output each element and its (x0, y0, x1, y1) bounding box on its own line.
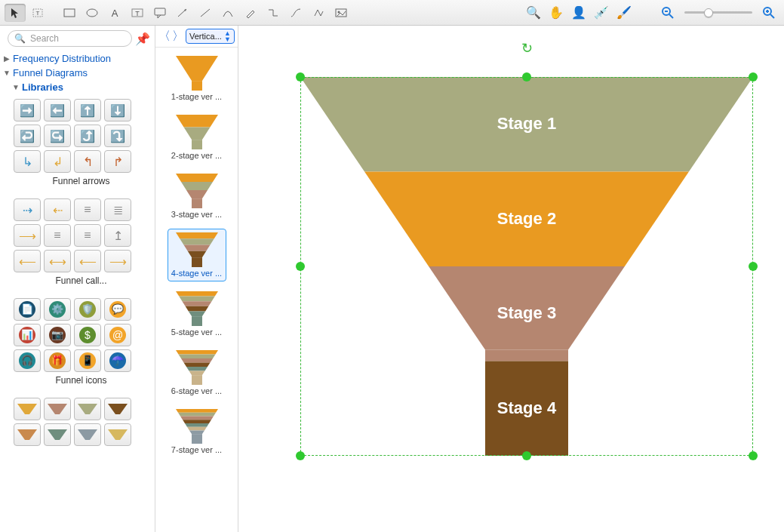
drawing-canvas[interactable]: Stage 1Stage 2Stage 3Stage 4 ↻ (238, 26, 784, 532)
rotate-handle[interactable]: ↻ (521, 40, 533, 57)
lib-tile[interactable]: ⤵️ (104, 125, 131, 147)
tree-item-libraries[interactable]: ▼ Libraries (3, 80, 155, 94)
lib-tile[interactable]: 🎧 (14, 349, 41, 372)
lib-tile[interactable]: 💬 (104, 298, 131, 321)
rect-shape-tool[interactable] (59, 4, 80, 22)
nav-back-button[interactable]: 〈 (158, 29, 171, 44)
smart-connector-tool[interactable] (308, 4, 329, 22)
lib-tile[interactable] (74, 423, 101, 446)
lib-tile[interactable]: ⟶ (14, 224, 41, 247)
curve-tool[interactable] (217, 4, 238, 22)
tree-item-frequency-distribution[interactable]: ▶ Frequency Distribution (3, 51, 155, 66)
spline-connector-tool[interactable] (285, 4, 306, 22)
lib-tile[interactable]: ≣ (104, 198, 131, 221)
lib-tile[interactable]: ☂️ (104, 349, 131, 372)
selection-handle[interactable] (749, 451, 758, 460)
orth-connector-tool[interactable] (263, 4, 284, 22)
lib-tile[interactable]: ⬇️ (104, 99, 131, 121)
shape-category-select[interactable]: Vertica... ▲▼ (186, 29, 235, 44)
lib-tile[interactable]: ⟷ (44, 250, 71, 272)
library-search-input[interactable]: 🔍 Search (8, 30, 132, 47)
lib-tile[interactable]: 📄 (14, 298, 41, 321)
selection-handle[interactable] (522, 72, 531, 81)
selection-handle[interactable] (296, 262, 305, 271)
nav-forward-button[interactable]: 〉 (172, 29, 184, 44)
shape-palette-sidebar: 〈 〉 Vertica... ▲▼ 1-stage ver ... 2-stag… (155, 26, 238, 532)
shape-card[interactable]: 6-stage ver ... (168, 346, 226, 399)
lib-tile[interactable]: ⬆️ (74, 99, 101, 121)
lib-tile[interactable]: ↳ (14, 150, 41, 173)
lib-tile[interactable]: ↱ (104, 150, 131, 173)
shape-card[interactable]: 2-stage ver ... (168, 111, 226, 164)
lib-tile[interactable]: ≡ (44, 224, 71, 247)
lib-tile[interactable] (44, 423, 71, 446)
svg-line-14 (669, 14, 673, 18)
selection-handle[interactable] (296, 72, 305, 81)
textbox-tool[interactable]: T (127, 4, 148, 22)
stamp-tool[interactable]: 👤 (568, 4, 589, 22)
lib-tile[interactable]: @ (104, 324, 131, 346)
lib-tile[interactable]: ⟵ (14, 250, 41, 272)
pin-icon[interactable]: 📌 (135, 32, 150, 46)
arrow-line-tool[interactable] (172, 4, 193, 22)
lib-tile[interactable]: ≡ (74, 198, 101, 221)
lib-tile[interactable]: 🛡️ (74, 298, 101, 321)
lib-tile[interactable]: $ (74, 324, 101, 346)
lib-tile[interactable]: ⇠ (44, 198, 71, 221)
lib-tile[interactable]: ➡️ (14, 99, 41, 121)
lib-tile[interactable] (44, 398, 71, 420)
selection-handle[interactable] (749, 262, 758, 271)
tree-item-funnel-diagrams[interactable]: ▼ Funnel Diagrams (3, 66, 155, 80)
lib-tile[interactable]: ⚙️ (44, 298, 71, 321)
lib-tile[interactable]: ↪️ (44, 125, 71, 147)
brush-tool[interactable]: 🖌️ (613, 4, 635, 22)
lib-tile[interactable] (104, 423, 131, 446)
pan-tool[interactable]: ✋ (546, 4, 567, 22)
zoom-slider[interactable] (684, 11, 752, 14)
zoom-out-button[interactable] (657, 4, 678, 22)
lib-tile[interactable]: ⬅️ (44, 99, 71, 121)
lib-tile[interactable]: ↥ (104, 224, 131, 247)
lib-tile[interactable]: ↲ (44, 150, 71, 173)
pen-tool[interactable] (240, 4, 261, 22)
shape-list[interactable]: 1-stage ver ... 2-stage ver ... 3-stage … (155, 48, 238, 532)
lib-tile[interactable]: ⟵ (74, 250, 101, 272)
shape-card[interactable]: 4-stage ver ... (168, 229, 226, 281)
selection-handle[interactable] (522, 451, 531, 460)
lib-tile[interactable]: ⇢ (14, 198, 41, 221)
zoom-in-button[interactable] (758, 4, 779, 22)
insert-object-tool[interactable] (331, 4, 352, 22)
pointer-tool[interactable] (5, 4, 26, 22)
lib-tile[interactable]: 🎁 (44, 349, 71, 372)
lib-tile[interactable] (74, 398, 101, 420)
text-tool[interactable]: A (104, 4, 125, 22)
lib-tile[interactable]: ↰ (74, 150, 101, 173)
svg-marker-33 (181, 182, 213, 190)
lib-tile[interactable] (104, 398, 131, 420)
shape-card[interactable]: 1-stage ver ... (168, 52, 226, 105)
lib-tile[interactable]: 📊 (14, 324, 41, 346)
lib-tile[interactable]: ↩️ (14, 125, 41, 147)
zoom-slider-thumb[interactable] (704, 8, 713, 17)
lib-tile[interactable]: ⟶ (104, 250, 131, 272)
svg-line-18 (770, 14, 774, 18)
lib-tile[interactable] (14, 423, 41, 446)
lib-tile[interactable]: ≡ (74, 224, 101, 247)
lib-tile[interactable]: 📱 (74, 349, 101, 372)
shape-card[interactable]: 5-stage ver ... (168, 288, 226, 340)
lib-tile[interactable] (14, 398, 41, 420)
svg-marker-54 (176, 409, 218, 413)
line-tool[interactable] (195, 4, 216, 22)
shape-card[interactable]: 7-stage ver ... (168, 405, 226, 458)
selection-handle[interactable] (749, 72, 758, 81)
eyedropper-tool[interactable]: 💉 (591, 4, 612, 22)
shape-card[interactable]: 3-stage ver ... (168, 170, 226, 223)
selection-handle[interactable] (296, 451, 305, 460)
funnel-shape[interactable]: Stage 1Stage 2Stage 3Stage 4 (300, 77, 753, 456)
lib-tile[interactable]: ⤴️ (74, 125, 101, 147)
text-select-tool[interactable]: T (27, 4, 48, 22)
callout-tool[interactable] (149, 4, 171, 22)
canvas-zoom-tool[interactable]: 🔍 (523, 4, 544, 22)
lib-tile[interactable]: 📷 (44, 324, 71, 346)
ellipse-shape-tool[interactable] (81, 4, 103, 22)
